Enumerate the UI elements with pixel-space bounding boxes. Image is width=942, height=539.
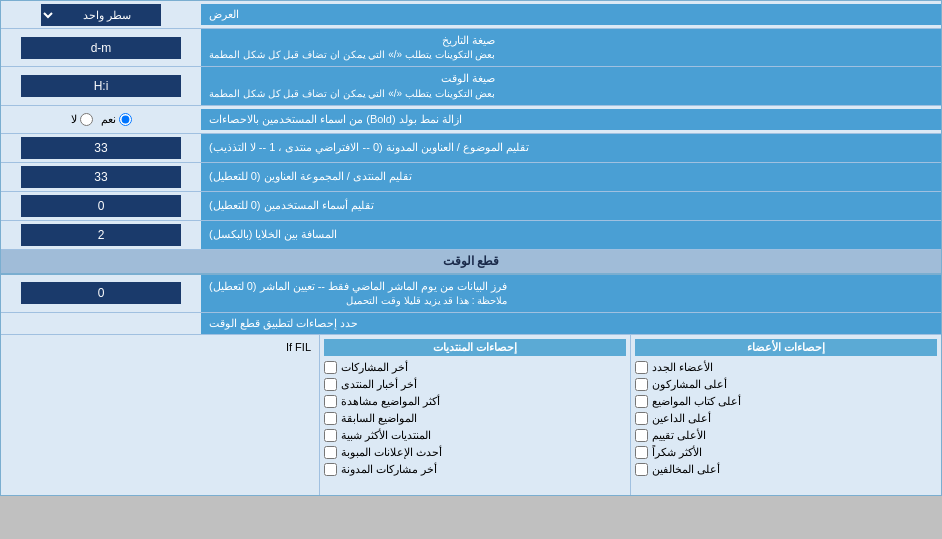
date-format-row: صيغة التاريخ بعض التكوينات يتطلب «/» الت…	[1, 29, 941, 67]
top-visitors-checkbox[interactable]	[635, 412, 648, 425]
top-authors-item: أعلى كتاب المواضيع	[635, 393, 937, 410]
bold-yes-radio[interactable]	[119, 113, 132, 126]
username-trim-row: تقليم أسماء المستخدمين (0 للتعطيل)	[1, 192, 941, 221]
bold-no-radio[interactable]	[80, 113, 93, 126]
top-posters-checkbox[interactable]	[635, 378, 648, 391]
date-format-label: صيغة التاريخ بعض التكوينات يتطلب «/» الت…	[201, 29, 941, 66]
forum-trim-label: تقليم المنتدى / المجموعة العناوين (0 للت…	[201, 163, 941, 191]
checkboxes-grid: إحصاءات الأعضاء الأعضاء الجدد أعلى المشا…	[1, 335, 941, 495]
date-format-control	[1, 35, 201, 61]
cutoff-days-input[interactable]	[21, 282, 181, 304]
time-format-control	[1, 73, 201, 99]
top-visitors-item: أعلى الداعين	[635, 410, 937, 427]
new-members-checkbox[interactable]	[635, 361, 648, 374]
latest-news-checkbox[interactable]	[324, 378, 337, 391]
recent-topics-checkbox[interactable]	[324, 412, 337, 425]
cell-spacing-control	[1, 222, 201, 248]
display-mode-label: العرض	[201, 4, 941, 25]
members-stats-column: إحصاءات الأعضاء الأعضاء الجدد أعلى المشا…	[630, 335, 941, 495]
cutoff-header-title: قطع الوقت	[1, 250, 941, 274]
recent-collab-checkbox[interactable]	[324, 463, 337, 476]
checkboxes-note-label: حدد إحصاءات لتطبيق قطع الوقت	[201, 313, 941, 334]
top-posters-item: أعلى المشاركون	[635, 376, 937, 393]
topic-trim-input[interactable]	[21, 137, 181, 159]
most-viewed-item: أكثر المواضيع مشاهدة	[324, 393, 626, 410]
recent-ads-checkbox[interactable]	[324, 446, 337, 459]
bold-yes-label[interactable]: نعم	[101, 113, 132, 126]
bold-remove-row: ازالة نمط بولد (Bold) من اسماء المستخدمي…	[1, 106, 941, 134]
top-moderators-item: أعلى المخالفين	[635, 461, 937, 478]
topic-trim-row: تقليم الموضوع / العناوين المدونة (0 -- ا…	[1, 134, 941, 163]
username-trim-input[interactable]	[21, 195, 181, 217]
main-container: العرض سطر واحد متعدد الأسطر صيغة التاريخ…	[0, 0, 942, 496]
cell-spacing-label: المسافة بين الخلايا (بالبكسل)	[201, 221, 941, 249]
recent-posts-item: أخر المشاركات	[324, 359, 626, 376]
most-thanked-item: الأكثر شكراً	[635, 444, 937, 461]
username-trim-label: تقليم أسماء المستخدمين (0 للتعطيل)	[201, 192, 941, 220]
recent-collab-item: أخر مشاركات المدونة	[324, 461, 626, 478]
cutoff-days-control	[1, 280, 201, 306]
display-mode-row: العرض سطر واحد متعدد الأسطر	[1, 1, 941, 29]
time-format-row: صيغة الوقت بعض التكوينات يتطلب «/» التي …	[1, 67, 941, 105]
forum-trim-row: تقليم المنتدى / المجموعة العناوين (0 للت…	[1, 163, 941, 192]
recent-topics-item: المواضيع السابقة	[324, 410, 626, 427]
cutoff-days-label: فرز البيانات من يوم الماشر الماضي فقط --…	[201, 275, 941, 312]
cell-spacing-row: المسافة بين الخلايا (بالبكسل)	[1, 221, 941, 250]
topic-trim-label: تقليم الموضوع / العناوين المدونة (0 -- ا…	[201, 134, 941, 162]
bold-no-label[interactable]: لا	[71, 113, 93, 126]
checkboxes-header-row: حدد إحصاءات لتطبيق قطع الوقت	[1, 313, 941, 335]
cutoff-days-row: فرز البيانات من يوم الماشر الماضي فقط --…	[1, 275, 941, 313]
most-thanked-checkbox[interactable]	[635, 446, 648, 459]
username-trim-control	[1, 193, 201, 219]
display-mode-select[interactable]: سطر واحد متعدد الأسطر	[41, 4, 161, 26]
most-viewed-checkbox[interactable]	[324, 395, 337, 408]
top-raters-checkbox[interactable]	[635, 429, 648, 442]
recent-ads-item: أحدث الإعلانات المبوبة	[324, 444, 626, 461]
note-column: If FIL	[1, 335, 319, 495]
bold-remove-label: ازالة نمط بولد (Bold) من اسماء المستخدمي…	[201, 109, 941, 130]
new-members-item: الأعضاء الجدد	[635, 359, 937, 376]
similar-forums-checkbox[interactable]	[324, 429, 337, 442]
bold-remove-controls: نعم لا	[1, 111, 201, 128]
topic-trim-control	[1, 135, 201, 161]
forum-trim-control	[1, 164, 201, 190]
forums-stats-title: إحصاءات المنتديات	[324, 339, 626, 356]
cutoff-section-header: قطع الوقت	[1, 250, 941, 275]
forum-trim-input[interactable]	[21, 166, 181, 188]
top-moderators-checkbox[interactable]	[635, 463, 648, 476]
time-format-input[interactable]	[21, 75, 181, 97]
top-authors-checkbox[interactable]	[635, 395, 648, 408]
members-stats-title: إحصاءات الأعضاء	[635, 339, 937, 356]
similar-forums-item: المنتديات الأكثر شبية	[324, 427, 626, 444]
time-format-label: صيغة الوقت بعض التكوينات يتطلب «/» التي …	[201, 67, 941, 104]
checkboxes-section: حدد إحصاءات لتطبيق قطع الوقت إحصاءات الأ…	[1, 313, 941, 495]
latest-news-item: أخر أخبار المنتدى	[324, 376, 626, 393]
top-raters-item: الأعلى تقييم	[635, 427, 937, 444]
date-format-input[interactable]	[21, 37, 181, 59]
forums-stats-column: إحصاءات المنتديات أخر المشاركات أخر أخبا…	[319, 335, 630, 495]
display-mode-control: سطر واحد متعدد الأسطر	[1, 4, 201, 26]
recent-posts-checkbox[interactable]	[324, 361, 337, 374]
cell-spacing-input[interactable]	[21, 224, 181, 246]
